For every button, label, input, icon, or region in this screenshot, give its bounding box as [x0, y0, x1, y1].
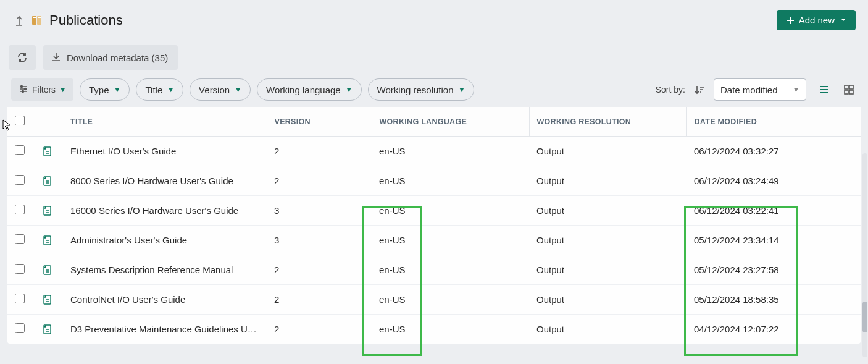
cell-title: Systems Description Reference Manual [63, 255, 267, 285]
cell-title: 16000 Series I/O Hardware User's Guide [63, 196, 267, 226]
svg-point-6 [22, 90, 24, 92]
sort-field-select[interactable]: Date modified ▼ [714, 78, 806, 101]
up-level-icon[interactable] [14, 15, 25, 26]
add-new-label: Add new [799, 15, 835, 25]
action-toolbar: Download metadata (35) [0, 36, 868, 74]
filter-pill-label: Working language [266, 85, 341, 95]
filters-button[interactable]: Filters ▼ [11, 78, 73, 101]
row-checkbox[interactable] [15, 264, 25, 274]
svg-point-4 [21, 85, 23, 87]
filter-pill-label: Title [145, 85, 162, 95]
sort-by-label: Sort by: [656, 85, 685, 95]
cell-date-modified: 06/12/2024 03:32:27 [686, 137, 861, 166]
publications-table: TITLE VERSION WORKING LANGUAGE WORKING R… [7, 107, 861, 344]
sliders-icon [19, 84, 28, 96]
cell-working-resolution: Output [529, 166, 686, 196]
cell-working-resolution: Output [529, 255, 686, 285]
table-row[interactable]: ControlNet I/O User's Guide2en-USOutput0… [7, 285, 861, 315]
chevron-down-icon: ▼ [346, 86, 353, 93]
filters-row: Filters ▼ Type ▼ Title ▼ Version ▼ Worki… [0, 74, 868, 107]
download-metadata-button[interactable]: Download metadata (35) [43, 45, 178, 70]
filter-pill-working-language[interactable]: Working language ▼ [257, 78, 362, 101]
plus-icon [785, 15, 795, 25]
cell-working-language: en-US [372, 226, 529, 255]
row-checkbox[interactable] [15, 294, 25, 303]
chevron-down-icon: ▼ [235, 86, 241, 93]
document-icon [42, 146, 56, 157]
download-metadata-label: Download metadata (35) [67, 53, 168, 63]
scrollbar-thumb[interactable] [862, 302, 867, 332]
row-checkbox[interactable] [15, 145, 25, 155]
chevron-down-icon: ▼ [793, 86, 799, 93]
grid-view-icon[interactable] [842, 83, 856, 96]
cell-working-resolution: Output [529, 285, 686, 315]
table-row[interactable]: D3 Preventative Maintenance Guidelines U… [7, 315, 861, 344]
document-icon [42, 294, 56, 305]
cell-version: 2 [267, 285, 372, 315]
column-header-working-resolution[interactable]: WORKING RESOLUTION [529, 107, 686, 137]
document-icon [42, 205, 56, 216]
cell-date-modified: 04/12/2024 12:07:22 [686, 315, 861, 344]
list-view-icon[interactable] [817, 83, 831, 96]
column-header-version[interactable]: VERSION [267, 107, 372, 137]
filter-pill-label: Working resolution [377, 85, 454, 95]
cell-version: 3 [267, 226, 372, 255]
cell-working-resolution: Output [529, 226, 686, 255]
filter-pill-title[interactable]: Title ▼ [136, 78, 183, 101]
svg-rect-7 [845, 85, 848, 89]
document-icon [42, 235, 56, 246]
svg-rect-8 [849, 85, 853, 89]
cell-version: 3 [267, 196, 372, 226]
add-new-button[interactable]: Add new [777, 10, 856, 30]
filters-label: Filters [32, 85, 56, 95]
cell-working-language: en-US [372, 137, 529, 166]
cell-version: 2 [267, 315, 372, 344]
document-icon [42, 265, 56, 276]
cell-title: 8000 Series I/O Hardware User's Guide [63, 166, 267, 196]
cell-working-language: en-US [372, 255, 529, 285]
row-checkbox[interactable] [15, 323, 25, 333]
chevron-down-icon: ▼ [114, 86, 121, 93]
column-header-working-language[interactable]: WORKING LANGUAGE [372, 107, 529, 137]
table-row[interactable]: 16000 Series I/O Hardware User's Guide3e… [7, 196, 861, 226]
select-all-checkbox[interactable] [15, 116, 25, 125]
cell-date-modified: 05/12/2024 23:27:58 [686, 255, 861, 285]
column-header-title[interactable]: TITLE [63, 107, 267, 137]
cell-date-modified: 06/12/2024 03:22:41 [686, 196, 861, 226]
page-header: Publications Add new [0, 0, 868, 36]
download-icon [51, 51, 62, 64]
table-row[interactable]: Systems Description Reference Manual2en-… [7, 255, 861, 285]
svg-rect-2 [33, 17, 36, 18]
cell-version: 2 [267, 137, 372, 166]
cell-version: 2 [267, 255, 372, 285]
vertical-scrollbar[interactable] [862, 153, 867, 357]
sort-direction-icon[interactable] [694, 84, 705, 95]
cell-date-modified: 06/12/2024 03:24:49 [686, 166, 861, 196]
row-checkbox[interactable] [15, 205, 25, 214]
svg-rect-10 [849, 90, 853, 94]
refresh-button[interactable] [9, 45, 36, 70]
chevron-down-icon: ▼ [167, 86, 174, 93]
filter-pill-type[interactable]: Type ▼ [80, 78, 130, 101]
row-checkbox[interactable] [15, 175, 25, 185]
cell-working-language: en-US [372, 315, 529, 344]
filter-pill-version[interactable]: Version ▼ [190, 78, 251, 101]
cell-title: Ethernet I/O User's Guide [63, 137, 267, 166]
filter-pill-working-resolution[interactable]: Working resolution ▼ [368, 78, 475, 101]
cell-title: ControlNet I/O User's Guide [63, 285, 267, 315]
table-row[interactable]: Ethernet I/O User's Guide2en-USOutput06/… [7, 137, 861, 166]
cell-date-modified: 05/12/2024 23:34:14 [686, 226, 861, 255]
cell-title: Administrator's User's Guide [63, 226, 267, 255]
cell-working-resolution: Output [529, 196, 686, 226]
document-icon [42, 324, 56, 335]
publications-icon [31, 14, 43, 27]
row-checkbox[interactable] [15, 234, 25, 244]
svg-point-5 [25, 88, 27, 90]
column-header-date-modified[interactable]: DATE MODIFIED [686, 107, 861, 137]
table-row[interactable]: Administrator's User's Guide3en-USOutput… [7, 226, 861, 255]
table-row[interactable]: 8000 Series I/O Hardware User's Guide2en… [7, 166, 861, 196]
filter-pill-label: Type [89, 85, 109, 95]
cell-working-language: en-US [372, 196, 529, 226]
cell-date-modified: 05/12/2024 18:58:35 [686, 285, 861, 315]
chevron-down-icon: ▼ [459, 86, 465, 93]
